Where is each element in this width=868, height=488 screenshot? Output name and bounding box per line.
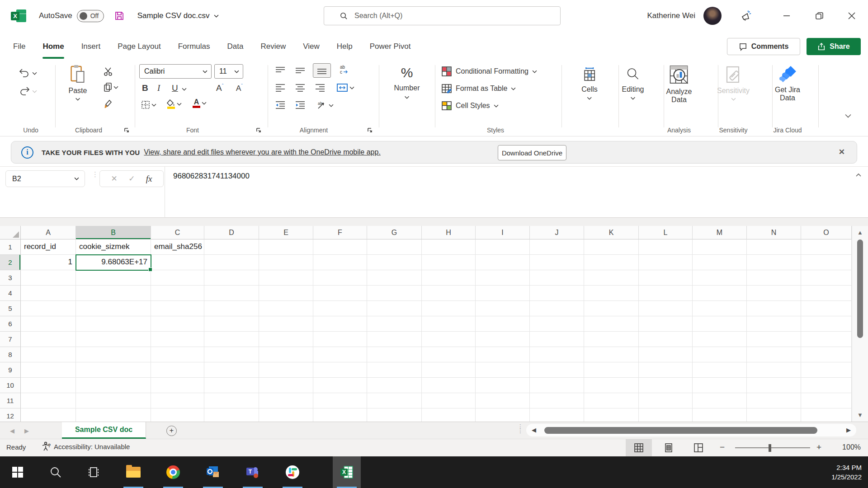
cell-F2[interactable] (313, 255, 367, 270)
autosave-control[interactable]: AutoSave Off (39, 10, 104, 22)
cell-J6[interactable] (530, 316, 584, 332)
increase-font-size-button[interactable]: Aˆ (216, 83, 223, 93)
minimize-button[interactable] (770, 0, 803, 32)
undo-dropdown-icon[interactable] (32, 72, 37, 75)
paste-button[interactable]: Paste (69, 64, 87, 101)
font-name-select[interactable]: Calibri (139, 64, 212, 79)
collapse-ribbon-button[interactable] (844, 114, 852, 118)
cell-G9[interactable] (367, 362, 422, 378)
tab-review[interactable]: Review (252, 32, 294, 61)
cell-H8[interactable] (422, 347, 476, 362)
tab-insert[interactable]: Insert (73, 32, 109, 61)
merge-center-button[interactable] (336, 83, 354, 92)
cell-E12[interactable] (259, 408, 313, 422)
cell-L12[interactable] (639, 408, 693, 422)
cell-F10[interactable] (313, 378, 367, 393)
underline-button[interactable]: U (172, 83, 178, 93)
cell-B6[interactable] (76, 316, 151, 332)
cell-C6[interactable] (151, 316, 204, 332)
cell-C10[interactable] (151, 378, 204, 393)
fill-color-button[interactable] (166, 99, 182, 109)
redo-button[interactable] (18, 86, 37, 97)
cell-K3[interactable] (584, 270, 639, 286)
cell-D5[interactable] (204, 301, 259, 316)
cell-H6[interactable] (422, 316, 476, 332)
cell-C2[interactable] (151, 255, 204, 270)
taskbar-search-button[interactable] (42, 456, 70, 488)
zoom-in-icon[interactable]: + (816, 442, 821, 452)
cut-button[interactable] (103, 67, 113, 76)
cell-E4[interactable] (259, 286, 313, 301)
column-header-F[interactable]: F (313, 226, 367, 239)
cell-O12[interactable] (801, 408, 852, 422)
cell-N8[interactable] (747, 347, 801, 362)
undo-button[interactable] (18, 68, 37, 79)
cell-J12[interactable] (530, 408, 584, 422)
cell-E3[interactable] (259, 270, 313, 286)
page-layout-view-button[interactable] (656, 439, 682, 456)
column-header-L[interactable]: L (639, 226, 693, 239)
tab-help[interactable]: Help (328, 32, 361, 61)
cell-A5[interactable] (21, 301, 76, 316)
comments-button[interactable]: Comments (727, 38, 800, 55)
slack-icon[interactable] (278, 456, 307, 488)
cell-J9[interactable] (530, 362, 584, 378)
sheet-tab-active[interactable]: Sample CSV doc (62, 422, 146, 439)
cell-B5[interactable] (76, 301, 151, 316)
zoom-level[interactable]: 100% (842, 443, 861, 451)
cell-G10[interactable] (367, 378, 422, 393)
row-header-7[interactable]: 7 (0, 332, 21, 347)
restore-button[interactable] (803, 0, 835, 32)
cell-N1[interactable] (747, 239, 801, 255)
file-explorer-icon[interactable] (119, 456, 147, 488)
decrease-indent-button[interactable] (275, 100, 286, 109)
cell-O7[interactable] (801, 332, 852, 347)
align-center-button[interactable] (295, 83, 306, 92)
task-view-button[interactable] (80, 456, 108, 488)
cell-J3[interactable] (530, 270, 584, 286)
cell-L5[interactable] (639, 301, 693, 316)
tab-formulas[interactable]: Formulas (170, 32, 219, 61)
editing-button[interactable]: Editing (622, 67, 644, 100)
conditional-formatting-button[interactable]: Conditional Formatting (441, 66, 537, 77)
cell-K8[interactable] (584, 347, 639, 362)
row-header-4[interactable]: 4 (0, 286, 21, 301)
cell-H12[interactable] (422, 408, 476, 422)
borders-button[interactable] (141, 100, 156, 109)
cell-I12[interactable] (476, 408, 530, 422)
cell-K1[interactable] (584, 239, 639, 255)
cell-E2[interactable] (259, 255, 313, 270)
cell-N11[interactable] (747, 393, 801, 408)
cell-K9[interactable] (584, 362, 639, 378)
cell-J11[interactable] (530, 393, 584, 408)
column-header-J[interactable]: J (530, 226, 584, 239)
teams-icon[interactable]: T (239, 456, 267, 488)
horizontal-scrollbar[interactable]: ◀ ▶ (526, 424, 856, 436)
taskbar-clock[interactable]: 2:34 PM 1/25/2022 (831, 463, 862, 482)
copy-button[interactable] (103, 82, 118, 92)
cell-M6[interactable] (693, 316, 747, 332)
cell-O4[interactable] (801, 286, 852, 301)
cell-D3[interactable] (204, 270, 259, 286)
italic-button[interactable]: I (157, 83, 160, 93)
column-header-A[interactable]: A (21, 226, 76, 239)
cell-C9[interactable] (151, 362, 204, 378)
row-header-9[interactable]: 9 (0, 362, 21, 378)
font-color-button[interactable]: A (193, 99, 207, 108)
cell-G8[interactable] (367, 347, 422, 362)
cell-O2[interactable] (801, 255, 852, 270)
cell-B10[interactable] (76, 378, 151, 393)
align-middle-button[interactable] (295, 66, 306, 75)
cell-I6[interactable] (476, 316, 530, 332)
redo-dropdown-icon[interactable] (32, 90, 37, 93)
column-header-D[interactable]: D (204, 226, 259, 239)
page-break-preview-button[interactable] (685, 439, 712, 456)
orientation-dropdown-icon[interactable] (329, 104, 334, 107)
fill-color-dropdown-icon[interactable] (177, 103, 182, 106)
notification-close-icon[interactable]: ✕ (839, 147, 845, 157)
cell-L7[interactable] (639, 332, 693, 347)
sheet-nav-right-icon[interactable]: ▶ (24, 427, 29, 434)
format-as-table-button[interactable]: Format as Table (441, 83, 516, 94)
cell-H4[interactable] (422, 286, 476, 301)
cell-M7[interactable] (693, 332, 747, 347)
